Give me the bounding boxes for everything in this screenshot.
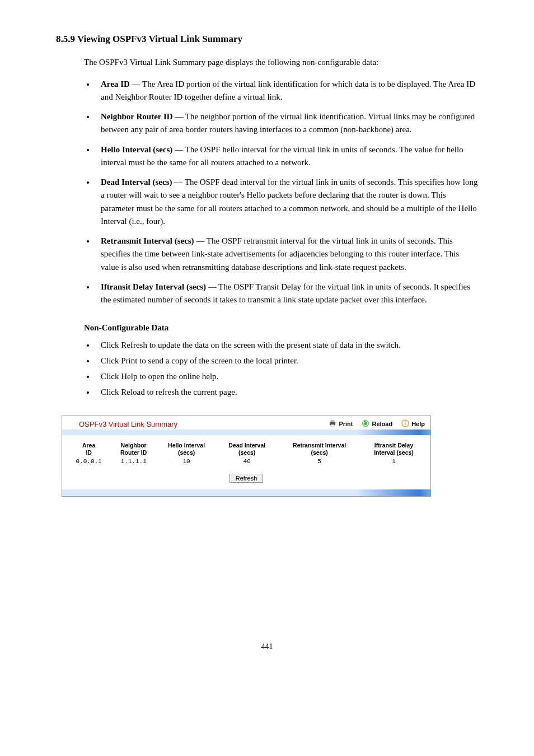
panel-header: OSPFv3 Virtual Link Summary Print Reload <box>62 416 430 430</box>
field-name: Retransmit Interval (secs) <box>101 236 194 245</box>
gradient-bar <box>62 430 430 435</box>
help-label: Help <box>411 421 425 427</box>
list-item: Area ID — The Area ID portion of the vir… <box>95 78 478 104</box>
cell-dead: 40 <box>217 457 277 466</box>
help-icon: i <box>401 419 409 428</box>
help-button[interactable]: i Help <box>401 419 425 428</box>
col-dead: Dead Interval(secs) <box>217 441 277 457</box>
noncfg-title: Non-Configurable Data <box>84 323 478 333</box>
field-name: Hello Interval (secs) <box>101 145 172 154</box>
field-name: Neighbor Router ID <box>101 112 173 121</box>
intro-text: The OSPFv3 Virtual Link Summary page dis… <box>84 56 478 69</box>
col-neighbor: NeighborRouter ID <box>111 441 156 457</box>
svg-rect-1 <box>331 421 334 422</box>
reload-icon <box>362 419 369 428</box>
cell-iftransit: 1 <box>362 457 426 466</box>
list-item: Dead Interval (secs) — The OSPF dead int… <box>95 176 478 228</box>
command-list: Click Refresh to update the data on the … <box>95 338 478 399</box>
list-item: Retransmit Interval (secs) — The OSPF re… <box>95 235 478 274</box>
col-hello: Hello Interval(secs) <box>156 441 217 457</box>
svg-rect-2 <box>331 424 334 426</box>
field-desc: — The Area ID portion of the virtual lin… <box>101 80 475 101</box>
col-iftransit: Iftransit DelayInterval (secs) <box>362 441 426 457</box>
svg-text:i: i <box>405 421 406 426</box>
col-retrans: Retransmit Interval(secs) <box>277 441 362 457</box>
cell-retrans: 5 <box>277 457 362 466</box>
section-heading: 8.5.9 Viewing OSPFv3 Virtual Link Summar… <box>56 34 478 45</box>
table-row: 0.0.0.1 1.1.1.1 10 40 5 1 <box>67 457 426 466</box>
list-item: Neighbor Router ID — The neighbor portio… <box>95 110 478 137</box>
reload-button[interactable]: Reload <box>362 419 392 428</box>
list-item: Click Print to send a copy of the screen… <box>95 354 478 367</box>
cell-neighbor: 1.1.1.1 <box>111 457 156 466</box>
gradient-bar-bottom <box>62 489 430 496</box>
list-item: Iftransit Delay Interval (secs) — The OS… <box>95 281 478 307</box>
page-number: 441 <box>56 642 478 651</box>
reload-label: Reload <box>372 421 392 427</box>
field-name: Dead Interval (secs) <box>101 178 172 186</box>
list-item: Click Reload to refresh the current page… <box>95 385 478 399</box>
panel-title: OSPFv3 Virtual Link Summary <box>79 420 329 428</box>
print-button[interactable]: Print <box>329 419 353 428</box>
print-label: Print <box>339 421 353 427</box>
field-list: Area ID — The Area ID portion of the vir… <box>95 78 478 307</box>
field-name: Iftransit Delay Interval (secs) <box>101 282 206 291</box>
list-item: Hello Interval (secs) — The OSPF hello i… <box>95 143 478 170</box>
list-item: Click Help to open the online help. <box>95 370 478 383</box>
cell-hello: 10 <box>156 457 217 466</box>
field-name: Area ID <box>101 80 130 88</box>
refresh-button[interactable]: Refresh <box>229 474 264 483</box>
virtual-link-summary-panel: OSPFv3 Virtual Link Summary Print Reload <box>62 416 431 497</box>
print-icon <box>329 419 336 428</box>
cell-area-id: 0.0.0.1 <box>67 457 111 466</box>
list-item: Click Refresh to update the data on the … <box>95 338 478 352</box>
col-area-id: AreaID <box>67 441 111 457</box>
summary-table: AreaID NeighborRouter ID Hello Interval(… <box>67 441 426 466</box>
